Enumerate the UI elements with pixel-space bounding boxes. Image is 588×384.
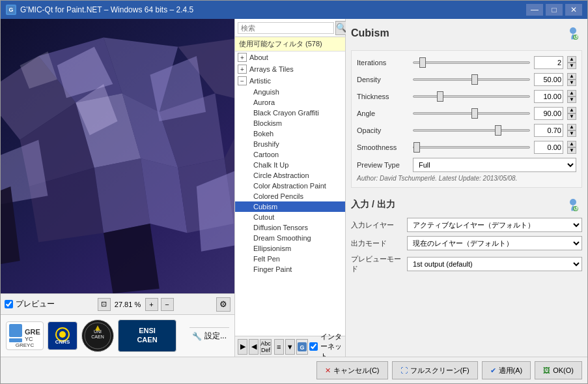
filter-cartoon[interactable]: Cartoon — [235, 149, 345, 160]
preview-mode-label: プレビューモード — [351, 254, 403, 274]
iterations-slider[interactable] — [413, 57, 530, 68]
ok-button[interactable]: 🖼 OK(O) — [535, 361, 582, 379]
apply-button[interactable]: ✔ 適用(A) — [482, 361, 531, 379]
filter-cubism[interactable]: Cubism — [235, 201, 345, 212]
category-arrays-label: Arrays & Tiles — [249, 65, 294, 73]
text-filter-button[interactable]: AbcDef — [260, 339, 272, 355]
greyc-logo: GRE YC GREYC — [6, 321, 44, 350]
thickness-up[interactable]: ▲ — [567, 90, 576, 96]
svg-text:↺: ↺ — [574, 206, 578, 212]
internet-checkbox-label[interactable]: インターネット — [309, 332, 343, 357]
grid-view-button[interactable]: ▼ — [285, 339, 295, 355]
density-row: Density 50.00 ▲ ▼ — [357, 73, 576, 86]
filter-cutout[interactable]: Cutout — [235, 212, 345, 222]
filter-panel: 🔍 使用可能なフィルタ (578) + About + Arrays & Til… — [235, 19, 346, 357]
internet-checkbox[interactable] — [309, 342, 318, 351]
category-arrays-tiles[interactable]: + Arrays & Tiles — [235, 63, 345, 75]
maximize-button[interactable]: □ — [546, 4, 563, 16]
filter-black-crayon[interactable]: Black Crayon Graffiti — [235, 108, 345, 118]
opacity-slider[interactable] — [413, 125, 530, 136]
iterations-up[interactable]: ▲ — [567, 56, 576, 63]
filter-anguish[interactable]: Anguish — [235, 87, 345, 97]
preview-mode-row: プレビューモード 1st output (default) — [351, 254, 582, 274]
opacity-up[interactable]: ▲ — [567, 124, 576, 130]
preview-settings-button[interactable]: ⚙ — [216, 297, 231, 312]
cancel-label: キャンセル(C) — [333, 366, 379, 376]
filter-circle-abs[interactable]: Circle Abstraction — [235, 170, 345, 181]
filter-brushify[interactable]: Brushify — [235, 139, 345, 149]
filter-ellipsionism[interactable]: Ellipsionism — [235, 243, 345, 254]
filter-colored-pencils[interactable]: Colored Pencils — [235, 191, 345, 201]
zoom-in-button[interactable]: + — [145, 298, 158, 311]
close-button[interactable]: ✕ — [565, 4, 582, 16]
search-input[interactable] — [238, 22, 334, 34]
filter-chalk[interactable]: Chalk It Up — [235, 160, 345, 170]
density-up[interactable]: ▲ — [567, 73, 576, 80]
input-layer-label: 入力レイヤー — [351, 220, 403, 230]
input-layer-row: 入力レイヤー アクティブなレイヤー（デフォルト） — [351, 218, 582, 232]
density-down[interactable]: ▼ — [567, 80, 576, 86]
smoothness-value: 0.00 — [534, 141, 563, 154]
preview-checkbox[interactable] — [5, 300, 13, 308]
svg-marker-21 — [104, 224, 160, 293]
internet-label: インターネット — [320, 332, 343, 357]
filter-color-abs-paint[interactable]: Color Abstraction Paint — [235, 181, 345, 191]
angle-up[interactable]: ▲ — [567, 107, 576, 113]
smoothness-down[interactable]: ▼ — [567, 147, 576, 154]
category-artistic[interactable]: − Artistic — [235, 75, 345, 87]
opacity-down[interactable]: ▼ — [567, 130, 576, 137]
thickness-down[interactable]: ▼ — [567, 96, 576, 103]
preview-mode-select[interactable]: 1st output (default) — [407, 257, 582, 271]
fullscreen-button[interactable]: ⛶ フルスクリーン(F) — [392, 361, 478, 379]
content-area: プレビュー ⊡ 27.81 % + − ⚙ GRE — [1, 19, 587, 357]
density-label: Density — [357, 76, 409, 83]
angle-slider[interactable] — [413, 108, 530, 119]
smoothness-up[interactable]: ▲ — [567, 141, 576, 147]
ok-label: OK(O) — [553, 366, 574, 374]
preview-type-select[interactable]: Full Forward horizontal Forward vertical… — [413, 158, 576, 172]
filter-bokeh[interactable]: Bokeh — [235, 128, 345, 139]
svg-text:G: G — [300, 344, 304, 351]
filter-finger-paint[interactable]: Finger Paint — [235, 264, 345, 274]
thickness-row: Thickness 10.00 ▲ ▼ — [357, 90, 576, 103]
filter-action-icon[interactable]: ↺ — [564, 24, 582, 42]
density-spinner: ▲ ▼ — [567, 73, 576, 86]
cancel-button[interactable]: ✕ キャンセル(C) — [316, 361, 387, 379]
minimize-button[interactable]: — — [526, 4, 543, 16]
search-bar: 🔍 — [235, 19, 345, 37]
expand-arrays-icon: + — [238, 65, 247, 74]
filter-dream-smoothing[interactable]: Dream Smoothing — [235, 233, 345, 243]
settings-link[interactable]: 🔧 設定... — [189, 327, 229, 344]
zoom-fit-button[interactable]: ⊡ — [98, 298, 111, 311]
filter-aurora[interactable]: Aurora — [235, 97, 345, 108]
zoom-out-button[interactable]: − — [161, 298, 174, 311]
preview-type-label: Preview Type — [357, 161, 409, 169]
output-mode-select[interactable]: 現在のレイヤー（デフォルト） — [407, 236, 582, 250]
thickness-slider[interactable] — [413, 91, 530, 102]
density-slider[interactable] — [413, 74, 530, 85]
preview-checkbox-label[interactable]: プレビュー — [5, 299, 55, 310]
svg-point-29 — [59, 331, 66, 338]
list-view-button[interactable]: ≡ — [274, 339, 284, 355]
remove-filter-button[interactable]: ◀ — [249, 339, 259, 355]
add-filter-button[interactable]: ▶ — [238, 339, 247, 355]
input-layer-select[interactable]: アクティブなレイヤー（デフォルト） — [407, 218, 582, 232]
filter-title-section: Cubism ↺ — [351, 24, 582, 42]
preview-label: プレビュー — [16, 299, 55, 310]
io-title-row: 入力 / 出力 ↺ — [351, 196, 582, 214]
angle-down[interactable]: ▼ — [567, 113, 576, 120]
svg-text:GRE: GRE — [25, 328, 40, 336]
filter-felt-pen[interactable]: Felt Pen — [235, 254, 345, 264]
iterations-spinner: ▲ ▼ — [567, 56, 576, 69]
preview-bar: プレビュー ⊡ 27.81 % + − ⚙ — [1, 293, 234, 314]
io-refresh-icon[interactable]: ↺ — [564, 196, 582, 214]
preview-area — [1, 19, 234, 293]
filter-diffusion-tensors[interactable]: Diffusion Tensors — [235, 222, 345, 233]
category-about[interactable]: + About — [235, 52, 345, 63]
angle-value: 90.00 — [534, 107, 563, 120]
filter-blockism[interactable]: Blockism — [235, 118, 345, 128]
category-artistic-label: Artistic — [249, 77, 271, 85]
gmic-icon-button[interactable]: G — [296, 339, 308, 355]
iterations-down[interactable]: ▼ — [567, 63, 576, 69]
smoothness-slider[interactable] — [413, 141, 530, 153]
